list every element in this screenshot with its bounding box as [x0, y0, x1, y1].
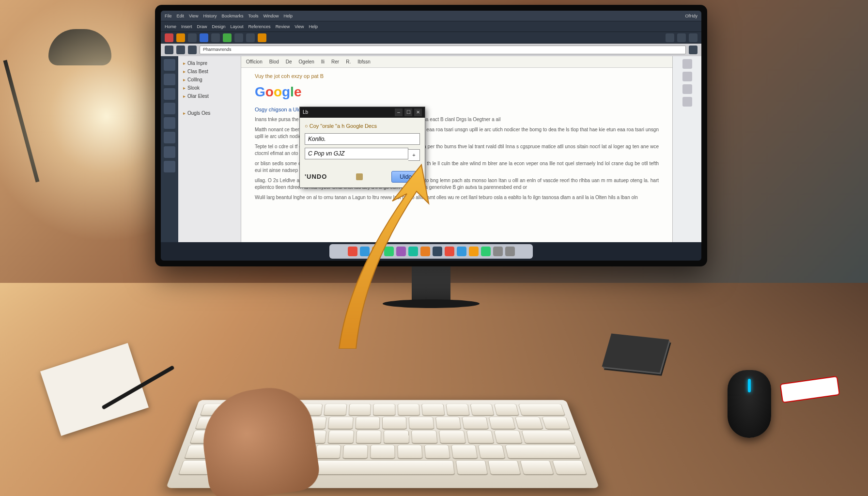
- toolbar-icon[interactable]: [188, 33, 197, 42]
- menu-item[interactable]: File: [165, 14, 172, 18]
- dialog-title: Lb: [303, 109, 308, 116]
- doc-menu-item[interactable]: Blod: [269, 59, 279, 64]
- address-bar: Pharmavrends: [161, 44, 701, 56]
- dialog-titlebar[interactable]: Lb – ☐ ✕: [300, 107, 425, 118]
- sidebar-item[interactable]: Ola Inpre: [181, 59, 238, 67]
- toolbar-icon[interactable]: [176, 33, 185, 42]
- toolbar-icon[interactable]: [234, 33, 243, 42]
- toolbar-icon[interactable]: [258, 33, 266, 42]
- sidebar-item[interactable]: Slook: [181, 84, 238, 92]
- dialog-field-2[interactable]: [305, 148, 408, 159]
- dock: [329, 244, 533, 259]
- dock-icon[interactable]: [433, 247, 442, 256]
- doc-menu-item[interactable]: Rer: [331, 59, 339, 64]
- doc-menu-item[interactable]: R.: [346, 59, 351, 64]
- google-logo: Google: [255, 82, 659, 102]
- activity-icon[interactable]: [164, 88, 175, 100]
- dialog-header: ○ Coy "orsle "a h Google Decs: [305, 123, 420, 130]
- dock-icon[interactable]: [408, 247, 418, 256]
- sidebar-item[interactable]: Colllng: [181, 76, 238, 84]
- bookmark-icon[interactable]: [689, 46, 698, 54]
- doc-menu-item[interactable]: Officion: [246, 59, 263, 64]
- menu-item[interactable]: Window: [263, 14, 279, 18]
- menu-item[interactable]: Home: [165, 24, 176, 29]
- sidebar-item[interactable]: Clas Best: [181, 67, 238, 76]
- menu-item[interactable]: References: [248, 24, 271, 29]
- menu-item[interactable]: View: [294, 24, 304, 29]
- panel-icon[interactable]: [682, 59, 692, 69]
- dock-icon[interactable]: [396, 247, 406, 256]
- mouse: [728, 370, 771, 438]
- screen: File Edit View History Bookmarks Tools W…: [161, 11, 701, 261]
- activity-icon[interactable]: [164, 74, 175, 85]
- sidebar-item[interactable]: Ougls Oes: [181, 109, 238, 117]
- menu-item[interactable]: Design: [212, 24, 226, 29]
- toolbar-icon[interactable]: [211, 33, 220, 42]
- dock-icon[interactable]: [469, 247, 479, 256]
- panel-icon[interactable]: [682, 72, 692, 81]
- activity-icon[interactable]: [164, 146, 175, 158]
- add-button[interactable]: +: [408, 149, 420, 161]
- menu-item[interactable]: Insert: [181, 24, 192, 29]
- doc-menu-item[interactable]: Ibfssn: [357, 59, 371, 64]
- menu-item[interactable]: Draw: [197, 24, 207, 29]
- panel-icon[interactable]: [682, 97, 692, 107]
- dock-icon[interactable]: [481, 247, 491, 256]
- dock-icon[interactable]: [348, 247, 357, 256]
- dock-icon[interactable]: [420, 247, 430, 256]
- activity-icon[interactable]: [164, 103, 175, 114]
- copy-icon[interactable]: [356, 173, 363, 180]
- dialog-field-1[interactable]: [305, 133, 420, 145]
- os-menubar: File Edit View History Bookmarks Tools W…: [161, 11, 701, 21]
- right-panel: [672, 56, 701, 242]
- menu-item[interactable]: Layout: [231, 24, 244, 29]
- menu-item[interactable]: Tools: [248, 14, 258, 18]
- activity-icon[interactable]: [164, 117, 175, 129]
- menu-item[interactable]: Edit: [177, 14, 185, 18]
- url-field[interactable]: Pharmavrends: [200, 46, 686, 54]
- dock-icon[interactable]: [493, 247, 503, 256]
- dock-icon[interactable]: [457, 247, 466, 256]
- dock-icon[interactable]: [360, 247, 370, 256]
- toolbar-icon[interactable]: [200, 33, 208, 42]
- forward-icon[interactable]: [176, 46, 185, 54]
- document-area: Officion Blod De Ogelen Ili Rer R. Ibfss…: [241, 56, 672, 242]
- dock-icon[interactable]: [384, 247, 394, 256]
- menu-item[interactable]: Help: [309, 24, 318, 29]
- sidebar-item[interactable]: Olar Elest: [181, 92, 238, 100]
- activity-icon[interactable]: [164, 132, 175, 143]
- panel-icon[interactable]: [682, 84, 692, 94]
- dock-icon[interactable]: [445, 247, 454, 256]
- reload-icon[interactable]: [188, 46, 197, 54]
- toolbar-icon[interactable]: [246, 33, 255, 42]
- doc-menu-item[interactable]: Ili: [321, 59, 325, 64]
- back-icon[interactable]: [165, 46, 173, 54]
- menu-item[interactable]: Bookmarks: [221, 14, 243, 18]
- doc-menubar: Officion Blod De Ogelen Ili Rer R. Ibfss…: [241, 56, 672, 68]
- undo-dialog: Lb – ☐ ✕ ○ Coy "orsle "a h Google Decs +…: [299, 107, 425, 188]
- menu-item[interactable]: History: [203, 14, 217, 18]
- dock-icon[interactable]: [505, 247, 515, 256]
- activity-icon[interactable]: [164, 161, 175, 172]
- toolbar-icon[interactable]: [666, 33, 674, 42]
- dock-icon[interactable]: [372, 247, 382, 256]
- toolbar-icon[interactable]: [223, 33, 232, 42]
- toolbar-icon[interactable]: [689, 33, 698, 42]
- activity-bar: [161, 56, 178, 242]
- undo-button[interactable]: Uido: [391, 171, 420, 183]
- toolbar-icon[interactable]: [165, 33, 173, 42]
- menu-item[interactable]: Review: [276, 24, 290, 29]
- activity-icon[interactable]: [164, 59, 175, 71]
- menu-item[interactable]: View: [189, 14, 198, 18]
- minimize-icon[interactable]: –: [395, 108, 403, 116]
- app-menubar: Home Insert Draw Design Layout Reference…: [161, 21, 701, 32]
- close-icon[interactable]: ✕: [414, 108, 422, 116]
- paragraph: Wulil larg beantul lnghe on al to ornu t…: [255, 194, 659, 202]
- maximize-icon[interactable]: ☐: [404, 108, 412, 116]
- doc-menu-item[interactable]: De: [286, 59, 292, 64]
- toolbar-icon[interactable]: [677, 33, 686, 42]
- doc-menu-item[interactable]: Ogelen: [299, 59, 314, 64]
- document-body[interactable]: Vuy the jot coh exzy op pat B Google Osg…: [241, 68, 672, 242]
- monitor: File Edit View History Bookmarks Tools W…: [155, 5, 707, 266]
- menu-item[interactable]: Help: [283, 14, 293, 18]
